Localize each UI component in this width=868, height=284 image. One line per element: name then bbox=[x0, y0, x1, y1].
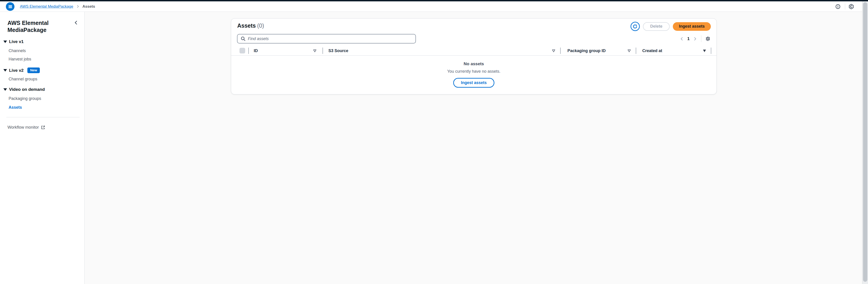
sidebar-item-packaging-groups[interactable]: Packaging groups bbox=[9, 96, 41, 101]
column-resize-handle[interactable] bbox=[711, 48, 711, 54]
window-top-strip bbox=[0, 0, 868, 1]
sidebar-collapse-button[interactable] bbox=[74, 20, 78, 25]
table-header-row: ID S3 Source Packaging group ID Created … bbox=[231, 46, 716, 55]
section-label: Live v1 bbox=[9, 39, 24, 44]
section-label: Video on demand bbox=[9, 87, 45, 92]
vertical-scrollbar-track[interactable] bbox=[862, 0, 868, 284]
sidebar-section-video-on-demand[interactable]: Video on demand bbox=[3, 87, 45, 92]
column-resize-handle[interactable] bbox=[636, 48, 636, 54]
chevron-right-icon bbox=[693, 37, 697, 41]
info-button[interactable] bbox=[835, 1, 840, 11]
search-field bbox=[237, 34, 416, 44]
chevron-left-icon bbox=[74, 20, 78, 25]
new-badge: New bbox=[27, 67, 40, 73]
column-header-packaging-group-id[interactable]: Packaging group ID bbox=[567, 46, 606, 55]
refresh-icon bbox=[632, 24, 638, 29]
delete-button[interactable]: Delete bbox=[643, 22, 670, 31]
search-input[interactable] bbox=[248, 34, 415, 43]
sidebar-section-live-v1[interactable]: Live v1 bbox=[3, 39, 24, 44]
column-resize-handle[interactable] bbox=[560, 48, 561, 54]
empty-state-message: You currently have no assets. bbox=[231, 69, 716, 74]
sort-icon-outline[interactable] bbox=[552, 49, 555, 52]
page-title: Assets(0) bbox=[237, 22, 264, 29]
triangle-down-icon bbox=[3, 40, 7, 43]
column-header-s3-source[interactable]: S3 Source bbox=[329, 46, 348, 55]
gear-icon bbox=[705, 36, 711, 42]
sidebar-item-assets[interactable]: Assets bbox=[9, 105, 22, 110]
hexagon-gear-icon bbox=[848, 4, 854, 9]
refresh-button[interactable] bbox=[630, 22, 640, 31]
assets-table-card: Assets(0) Delete Ingest assets 1 bbox=[231, 18, 717, 94]
triangle-down-icon bbox=[3, 69, 7, 72]
sidebar-title-link[interactable]: AWS Elemental MediaPackage bbox=[7, 20, 65, 33]
workflow-monitor-link[interactable]: Workflow monitor bbox=[7, 125, 45, 130]
hamburger-icon bbox=[8, 4, 13, 9]
breadcrumb: AWS Elemental MediaPackage Assets bbox=[20, 1, 95, 11]
link-label: Workflow monitor bbox=[7, 125, 39, 130]
column-header-created-at[interactable]: Created at bbox=[642, 46, 662, 55]
breadcrumb-current: Assets bbox=[83, 4, 95, 9]
top-navigation-bar: AWS Elemental MediaPackage Assets bbox=[0, 1, 862, 12]
external-link-icon bbox=[41, 125, 45, 130]
table-empty-state: No assets You currently have no assets. … bbox=[231, 61, 716, 88]
page-title-text: Assets bbox=[237, 22, 256, 29]
table-header-rule bbox=[231, 55, 716, 56]
info-icon bbox=[835, 4, 840, 9]
chevron-left-icon bbox=[680, 37, 684, 41]
sidebar-item-channels[interactable]: Channels bbox=[9, 49, 26, 53]
sort-icon-outline[interactable] bbox=[313, 49, 317, 52]
pagination: 1 bbox=[680, 34, 711, 44]
select-all-checkbox bbox=[240, 48, 245, 53]
section-label: Live v2 bbox=[9, 68, 24, 73]
sort-icon-outline[interactable] bbox=[627, 49, 631, 52]
table-preferences-button[interactable] bbox=[705, 36, 711, 42]
sidebar-divider bbox=[6, 117, 80, 117]
ingest-assets-button[interactable]: Ingest assets bbox=[673, 22, 711, 31]
chevron-right-icon bbox=[76, 5, 80, 8]
column-resize-handle[interactable] bbox=[248, 48, 249, 54]
sidebar-section-live-v2[interactable]: Live v2 New bbox=[3, 67, 40, 73]
assets-count: (0) bbox=[257, 22, 264, 29]
vertical-scrollbar-thumb[interactable] bbox=[863, 2, 867, 282]
column-header-id[interactable]: ID bbox=[254, 46, 258, 55]
sort-icon-filled-descending[interactable] bbox=[703, 49, 706, 52]
sidebar-item-channel-groups[interactable]: Channel groups bbox=[9, 77, 37, 82]
empty-state-title: No assets bbox=[231, 61, 716, 66]
side-navigation: AWS Elemental MediaPackage Live v1 Chann… bbox=[0, 12, 85, 284]
breadcrumb-app-link[interactable]: AWS Elemental MediaPackage bbox=[20, 4, 73, 9]
ingest-assets-empty-button[interactable]: Ingest assets bbox=[453, 78, 494, 88]
sidebar-item-harvest-jobs[interactable]: Harvest jobs bbox=[9, 57, 31, 62]
column-resize-handle[interactable] bbox=[322, 48, 323, 54]
table-actions: Delete Ingest assets bbox=[630, 22, 711, 31]
previous-page-button[interactable] bbox=[680, 37, 684, 41]
page-number[interactable]: 1 bbox=[687, 36, 689, 41]
triangle-down-icon bbox=[3, 88, 7, 91]
search-icon bbox=[241, 36, 246, 41]
hamburger-menu-button[interactable] bbox=[6, 2, 14, 11]
next-page-button[interactable] bbox=[693, 37, 697, 41]
settings-button[interactable] bbox=[848, 1, 854, 11]
